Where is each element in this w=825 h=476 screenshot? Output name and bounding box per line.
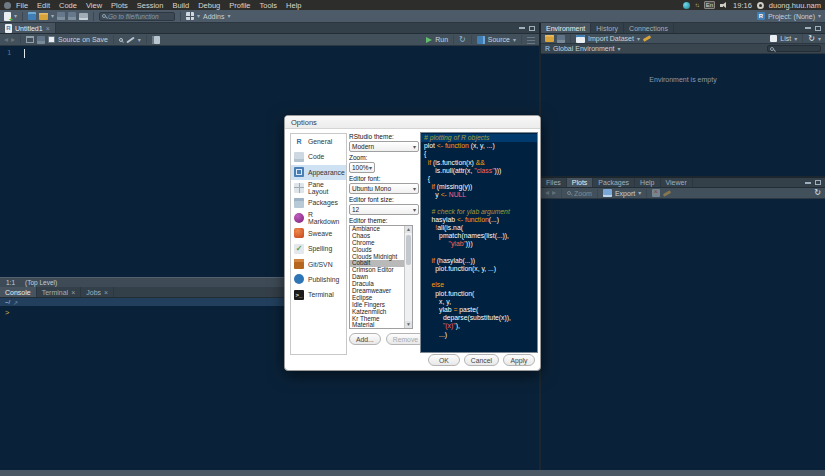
keyboard-layout-indicator[interactable]: En (704, 1, 715, 9)
source-run-icon[interactable] (477, 36, 485, 44)
network-icon[interactable]: ↑↓ (695, 2, 699, 8)
sidebar-item-r-markdown[interactable]: R Markdown (291, 210, 346, 225)
sidebar-item-appearance[interactable]: Appearance (291, 165, 346, 180)
open-file-dropdown-caret[interactable]: ▾ (51, 13, 54, 19)
previous-plot-icon[interactable]: ◂ (545, 189, 549, 197)
import-dataset-button[interactable]: Import Dataset (588, 35, 634, 42)
scope-indicator[interactable]: (Top Level) (25, 279, 57, 286)
run-icon[interactable] (426, 37, 432, 43)
refresh-plots-icon[interactable]: ↻ (814, 189, 821, 197)
scope-selector[interactable]: Global Environment (553, 45, 614, 52)
menu-code[interactable]: Code (59, 1, 77, 10)
dialog-titlebar[interactable]: Options (285, 116, 540, 129)
addins-grid-icon[interactable] (186, 12, 194, 20)
print-icon[interactable] (79, 13, 88, 20)
new-file-icon[interactable] (4, 12, 11, 21)
menu-plots[interactable]: Plots (111, 1, 128, 10)
sidebar-item-git-svn[interactable]: Git/SVN (291, 256, 346, 271)
menu-help[interactable]: Help (286, 1, 301, 10)
console-tab-jobs[interactable]: Jobs× (81, 287, 114, 297)
close-icon[interactable]: × (71, 289, 75, 296)
compile-report-icon[interactable] (152, 36, 160, 44)
save-workspace-icon[interactable] (557, 35, 565, 43)
zoom-plot-icon[interactable] (567, 191, 571, 195)
import-dataset-icon[interactable] (576, 35, 585, 43)
sidebar-item-code[interactable]: Code (291, 149, 346, 164)
minimize-pane-button[interactable] (805, 27, 811, 29)
new-file-dropdown-caret[interactable]: ▾ (14, 13, 17, 19)
forward-icon[interactable]: ▸ (11, 36, 15, 44)
menu-tools[interactable]: Tools (260, 1, 278, 10)
environment-tab-history[interactable]: History (591, 23, 624, 33)
list-view-caret[interactable]: ▾ (794, 36, 797, 42)
find-replace-icon[interactable] (119, 38, 123, 42)
files-tab-viewer[interactable]: Viewer (661, 178, 693, 187)
addins-grid-caret[interactable]: ▾ (197, 13, 200, 19)
menu-edit[interactable]: Edit (37, 1, 50, 10)
minimize-pane-button[interactable] (805, 182, 811, 184)
editor-font-select[interactable]: Ubuntu Mono ▾ (349, 183, 419, 194)
volume-icon[interactable] (720, 1, 728, 9)
close-icon[interactable]: × (46, 25, 50, 32)
code-tools-caret[interactable]: ▾ (138, 37, 141, 43)
sidebar-item-publishing[interactable]: Publishing (291, 272, 346, 287)
import-dataset-caret[interactable]: ▾ (637, 36, 640, 42)
files-tab-plots[interactable]: Plots (567, 178, 594, 187)
show-in-new-window-icon[interactable] (26, 36, 34, 43)
environment-tab-connections[interactable]: Connections (624, 23, 674, 33)
remove-plot-icon[interactable] (652, 189, 660, 197)
zoom-select[interactable]: 100% ▾ (349, 162, 375, 173)
export-caret[interactable]: ▾ (638, 190, 641, 196)
source-on-save-checkbox[interactable] (48, 36, 55, 43)
sidebar-item-terminal[interactable]: >_Terminal (291, 287, 346, 302)
export-plot-icon[interactable] (603, 189, 612, 197)
rerun-icon[interactable]: ↻ (459, 36, 466, 44)
zoom-plot-button[interactable]: Zoom (574, 190, 592, 197)
scope-caret[interactable]: ▾ (618, 46, 621, 52)
gear-icon[interactable] (757, 2, 764, 9)
addins-menu[interactable]: Addins (203, 13, 224, 20)
list-view-button[interactable]: List (780, 35, 791, 42)
menu-profile[interactable]: Profile (229, 1, 250, 10)
ok-button[interactable]: OK (428, 354, 460, 366)
new-project-icon[interactable] (28, 12, 36, 20)
export-button[interactable]: Export (615, 190, 635, 197)
run-button[interactable]: Run (435, 36, 448, 43)
apply-button[interactable]: Apply (503, 354, 535, 366)
code-tools-icon[interactable] (126, 36, 135, 43)
goto-directory-icon[interactable]: ↗ (13, 299, 18, 306)
maximize-pane-button[interactable] (815, 180, 821, 185)
editor-theme-list[interactable]: AmbianceChaosChromeCloudsClouds Midnight… (349, 225, 413, 329)
scroll-up-arrow[interactable]: ▲ (405, 226, 412, 233)
environment-search-input[interactable] (767, 45, 821, 52)
menu-view[interactable]: View (86, 1, 102, 10)
tab-untitled1[interactable]: R Untitled1 × (0, 23, 56, 33)
clock[interactable]: 19:16 (733, 1, 752, 10)
add-theme-button[interactable]: Add... (349, 333, 381, 345)
refresh-icon[interactable]: ↻ (808, 35, 815, 43)
menu-file[interactable]: File (16, 1, 28, 10)
environment-tab-environment[interactable]: Environment (541, 23, 591, 33)
clear-plots-icon[interactable] (663, 190, 671, 197)
scrollbar-thumb[interactable] (406, 235, 411, 265)
back-icon[interactable]: ◂ (4, 36, 8, 44)
close-icon[interactable]: × (104, 289, 108, 296)
clear-objects-icon[interactable] (643, 35, 651, 42)
sidebar-item-general[interactable]: RGeneral (291, 134, 346, 149)
maximize-pane-button[interactable] (815, 26, 821, 31)
workspace-indicator-icon[interactable] (683, 2, 690, 9)
app-icon[interactable] (4, 2, 11, 9)
sidebar-item-packages[interactable]: Packages (291, 195, 346, 210)
scrollbar[interactable]: ▲ ▼ (404, 226, 412, 328)
sidebar-item-pane-layout[interactable]: Pane Layout (291, 180, 346, 195)
open-file-icon[interactable] (39, 13, 48, 20)
editor-font-size-select[interactable]: 12 ▾ (349, 204, 419, 215)
document-outline-icon[interactable] (527, 36, 535, 44)
rstudio-theme-select[interactable]: Modern ▾ (349, 141, 419, 152)
sidebar-item-spelling[interactable]: ✓Spelling (291, 241, 346, 256)
theme-option-material[interactable]: Material (350, 322, 404, 328)
menu-build[interactable]: Build (172, 1, 189, 10)
next-plot-icon[interactable]: ▸ (552, 189, 556, 197)
save-source-icon[interactable] (37, 36, 45, 44)
save-icon[interactable] (57, 12, 65, 20)
